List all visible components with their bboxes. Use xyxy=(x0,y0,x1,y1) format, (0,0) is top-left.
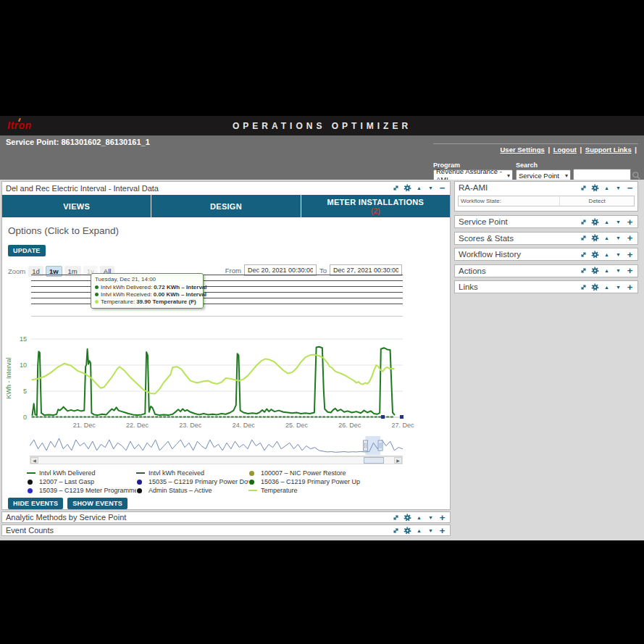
gear-icon[interactable] xyxy=(403,527,411,535)
legend-item[interactable]: 15039 – C1219 Meter Programmed xyxy=(27,486,136,495)
svg-text:10: 10 xyxy=(20,361,27,369)
chevron-down-icon: ▾ xyxy=(507,172,510,179)
tab-label: METER INSTALLATIONS xyxy=(327,198,425,206)
service-point-label: Service Point: 861301602_86130161_1 xyxy=(6,138,150,146)
legend-item[interactable]: 15036 – C1219 Primary Power Up xyxy=(248,477,432,486)
collapse-up-icon[interactable]: ▲ xyxy=(603,283,611,291)
analytic-methods-title: Analytic Methods by Service Point xyxy=(6,513,392,522)
header-right-block: User Settings | Logout | Support Links |… xyxy=(433,143,638,154)
expand-icon[interactable] xyxy=(392,184,400,192)
search-input[interactable] xyxy=(573,169,631,180)
legend-item[interactable]: 15035 – C1219 Primary Power Down xyxy=(136,477,248,486)
update-button[interactable]: UPDATE xyxy=(8,245,46,256)
link-support-links[interactable]: Support Links xyxy=(585,146,632,154)
app-header: Itron OPERATIONS OPTIMIZER xyxy=(0,116,644,135)
chart-navigator[interactable] xyxy=(30,435,403,456)
tab-views[interactable]: VIEWS xyxy=(2,195,151,217)
scroll-left-arrow-icon[interactable]: ◀ xyxy=(30,457,38,464)
expand-icon[interactable] xyxy=(580,184,587,192)
collapse-down-icon[interactable]: ▼ xyxy=(614,251,622,259)
tab-design[interactable]: DESIGN xyxy=(151,195,300,217)
legend-item[interactable]: 100007 – NIC Power Restore xyxy=(248,469,432,477)
collapse-down-icon[interactable]: ▼ xyxy=(614,184,622,192)
gear-icon[interactable] xyxy=(591,283,599,291)
expand-icon[interactable] xyxy=(392,527,400,535)
tooltip-row-label: Temperature: xyxy=(101,298,135,305)
collapse-down-icon[interactable]: ▼ xyxy=(427,514,435,522)
scroll-right-arrow-icon[interactable]: ▶ xyxy=(394,457,402,464)
expand-plus-icon[interactable]: + xyxy=(626,218,634,226)
event-counts-icons: ▲▼+ xyxy=(392,527,446,535)
collapse-down-icon[interactable]: ▼ xyxy=(427,527,435,535)
link-logout[interactable]: Logout xyxy=(553,146,577,154)
legend-item[interactable]: 12007 – Last Gasp xyxy=(27,477,136,486)
svg-text:15: 15 xyxy=(20,335,27,343)
svg-text:KWh - Interval: KWh - Interval xyxy=(5,357,12,398)
collapse-down-icon[interactable]: ▼ xyxy=(614,218,622,226)
chart-scrollbar[interactable]: ◀ ▶ xyxy=(30,456,403,464)
expand-icon[interactable] xyxy=(580,267,587,275)
collapse-down-icon[interactable]: ▼ xyxy=(427,184,435,192)
gear-icon[interactable] xyxy=(591,218,599,226)
collapse-up-icon[interactable]: ▲ xyxy=(415,514,423,522)
sidebar-panel-title: RA-AMI xyxy=(459,183,580,192)
collapse-up-icon[interactable]: ▲ xyxy=(603,218,611,226)
chevron-down-icon: ▾ xyxy=(565,172,568,179)
expand-icon[interactable] xyxy=(580,251,587,259)
legend-item[interactable]: Intvl kWh Delivered xyxy=(27,469,136,477)
legend-item[interactable]: Admin Status – Active xyxy=(136,486,248,495)
legend-label: Temperature xyxy=(261,487,298,494)
svg-text:5: 5 xyxy=(23,388,27,395)
collapse-up-icon[interactable]: ▲ xyxy=(415,527,423,535)
gear-icon[interactable] xyxy=(403,514,411,522)
options-expander[interactable]: Options (Click to Expand) xyxy=(8,225,450,236)
collapse-down-icon[interactable]: ▼ xyxy=(614,234,622,242)
collapse-up-icon[interactable]: ▲ xyxy=(603,234,611,242)
from-label: From xyxy=(225,267,241,275)
collapse-down-icon[interactable]: ▼ xyxy=(614,283,622,291)
event-counts-title: Event Counts xyxy=(6,526,392,535)
expand-icon[interactable] xyxy=(392,514,400,522)
expand-plus-icon[interactable]: + xyxy=(626,267,634,275)
collapse-minus-icon[interactable]: − xyxy=(626,184,634,192)
gear-icon[interactable] xyxy=(591,234,599,242)
gear-icon[interactable] xyxy=(403,184,411,192)
scrollbar-thumb[interactable] xyxy=(364,457,385,464)
expand-plus-icon[interactable]: + xyxy=(438,527,446,535)
gear-icon[interactable] xyxy=(591,251,599,259)
collapse-up-icon[interactable]: ▲ xyxy=(603,251,611,259)
expand-icon[interactable] xyxy=(580,234,587,242)
expand-plus-icon[interactable]: + xyxy=(626,234,634,242)
legend-item[interactable]: Intvl kWh Received xyxy=(136,469,248,477)
legend-item[interactable]: Temperature xyxy=(248,486,432,495)
link-user-settings[interactable]: User Settings xyxy=(501,146,545,154)
sidebar-panel-icons: ▲▼+ xyxy=(580,283,634,291)
hide-events-button[interactable]: HIDE EVENTS xyxy=(8,498,63,509)
expand-plus-icon[interactable]: + xyxy=(438,514,446,522)
chart-legend: Intvl kWh DeliveredIntvl kWh Received100… xyxy=(27,469,432,495)
interval-panel-icons: ▲▼− xyxy=(392,184,446,192)
expand-plus-icon[interactable]: + xyxy=(626,251,634,259)
svg-text:25. Dec: 25. Dec xyxy=(285,422,309,429)
legend-marker-icon xyxy=(27,472,37,474)
expand-icon[interactable] xyxy=(580,283,587,291)
gear-icon[interactable] xyxy=(591,184,599,192)
sidebar-panel-service-point: Service Point▲▼+ xyxy=(454,215,638,228)
collapse-up-icon[interactable]: ▲ xyxy=(415,184,423,192)
show-events-button[interactable]: SHOW EVENTS xyxy=(67,498,127,509)
expand-icon[interactable] xyxy=(580,218,587,226)
screen: Itron OPERATIONS OPTIMIZER Service Point… xyxy=(0,0,644,644)
search-icon[interactable] xyxy=(632,170,641,180)
collapse-minus-icon[interactable]: − xyxy=(438,184,446,192)
legend-marker-icon xyxy=(27,480,37,485)
collapse-up-icon[interactable]: ▲ xyxy=(603,184,611,192)
svg-text:24. Dec: 24. Dec xyxy=(233,422,256,429)
gear-icon[interactable] xyxy=(591,267,599,275)
tab-meter-installations[interactable]: METER INSTALLATIONS(2) xyxy=(301,195,450,217)
collapse-down-icon[interactable]: ▼ xyxy=(614,267,622,275)
interval-chart[interactable]: 051015KWh - Interval21. Dec22. Dec23. De… xyxy=(2,330,419,438)
expand-plus-icon[interactable]: + xyxy=(626,283,634,291)
collapse-up-icon[interactable]: ▲ xyxy=(603,267,611,275)
event-lane xyxy=(31,304,403,304)
svg-text:27. Dec: 27. Dec xyxy=(391,422,414,429)
